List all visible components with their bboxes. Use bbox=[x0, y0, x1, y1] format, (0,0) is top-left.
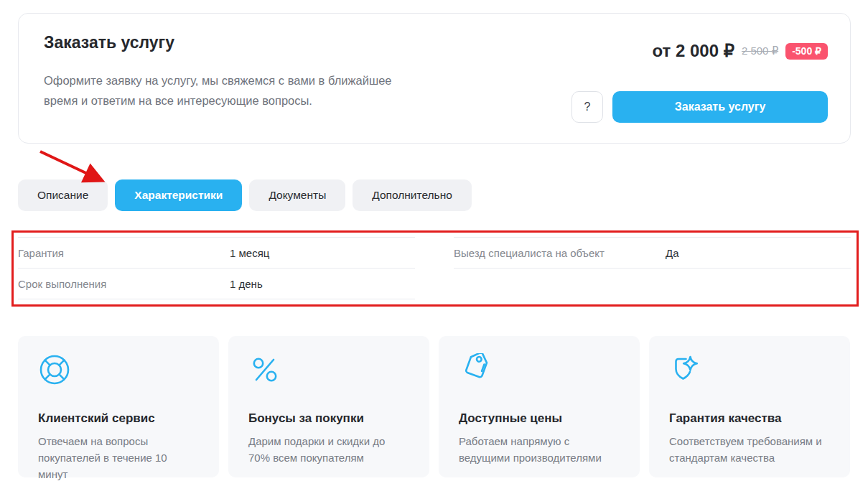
percent-icon bbox=[248, 353, 281, 386]
feature-card-service: Клиентский сервис Отвечаем на вопросы по… bbox=[18, 336, 219, 477]
feature-text: Работаем напрямую с ведущими производите… bbox=[459, 433, 620, 466]
char-value: 1 месяц bbox=[230, 247, 269, 259]
tab-description[interactable]: Описание bbox=[18, 179, 108, 211]
feature-text: Отвечаем на вопросы покупателей в течени… bbox=[38, 433, 199, 482]
lifebuoy-icon bbox=[38, 353, 71, 386]
feature-card-prices: Доступные цены Работаем напрямую с ведущ… bbox=[439, 336, 640, 477]
table-row: Выезд специалиста на объект Да bbox=[454, 238, 851, 269]
table-row: Гарантия 1 месяц bbox=[18, 238, 415, 269]
order-card-title: Заказать услугу bbox=[44, 33, 174, 52]
feature-text: Дарим подарки и скидки до 70% всем покуп… bbox=[248, 433, 409, 466]
order-service-card: Заказать услугу Оформите заявку на услуг… bbox=[18, 13, 851, 144]
discount-badge: -500 ₽ bbox=[785, 43, 828, 60]
order-card-description: Оформите заявку на услугу, мы свяжемся с… bbox=[44, 70, 392, 111]
feature-title: Гарантия качества bbox=[669, 411, 830, 426]
tab-documents[interactable]: Документы bbox=[249, 179, 345, 211]
table-row: Срок выполнения 1 день bbox=[18, 269, 415, 299]
content-tabs: Описание Характеристики Документы Дополн… bbox=[18, 179, 472, 211]
feature-title: Клиентский сервис bbox=[38, 411, 199, 426]
shield-star-icon bbox=[669, 353, 702, 386]
feature-title: Бонусы за покупки bbox=[248, 411, 409, 426]
char-label: Срок выполнения bbox=[18, 278, 230, 290]
tab-additional[interactable]: Дополнительно bbox=[353, 179, 472, 211]
price-tag-icon bbox=[459, 353, 492, 386]
order-service-button[interactable]: Заказать услугу bbox=[612, 91, 828, 123]
characteristics-table-right: Выезд специалиста на объект Да bbox=[454, 237, 851, 269]
char-label: Гарантия bbox=[18, 247, 230, 259]
tab-characteristics[interactable]: Характеристики bbox=[115, 179, 242, 211]
feature-card-bonuses: Бонусы за покупки Дарим подарки и скидки… bbox=[228, 336, 429, 477]
char-value: 1 день bbox=[230, 278, 263, 290]
help-button[interactable]: ? bbox=[571, 91, 603, 123]
char-value: Да bbox=[666, 247, 679, 259]
characteristics-table-left: Гарантия 1 месяц Срок выполнения 1 день bbox=[18, 237, 415, 299]
char-label: Выезд специалиста на объект bbox=[454, 247, 666, 259]
feature-cards: Клиентский сервис Отвечаем на вопросы по… bbox=[18, 336, 850, 477]
price-current: от 2 000 ₽ bbox=[652, 41, 734, 61]
order-actions: ? Заказать услугу bbox=[571, 91, 828, 123]
feature-card-quality: Гарантия качества Соответствуем требован… bbox=[649, 336, 850, 477]
feature-title: Доступные цены bbox=[459, 411, 620, 426]
feature-text: Соответствуем требованиям и стандартам к… bbox=[669, 433, 830, 466]
price-old: 2 500 ₽ bbox=[742, 45, 778, 57]
price-block: от 2 000 ₽ 2 500 ₽ -500 ₽ bbox=[652, 41, 828, 61]
